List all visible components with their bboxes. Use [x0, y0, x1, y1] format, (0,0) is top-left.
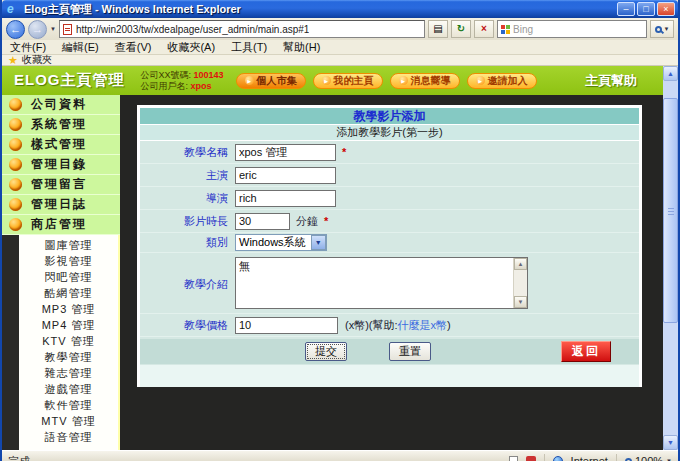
scroll-up-icon[interactable]: ▲ [663, 66, 678, 81]
menu-view[interactable]: 查看(V) [115, 40, 152, 55]
submenu-mp4[interactable]: MP4 管理 [19, 317, 118, 333]
scroll-down-icon[interactable]: ▼ [514, 296, 527, 308]
magnifier-icon [625, 458, 632, 461]
scrollbar-thumb[interactable] [663, 98, 678, 323]
menu-tools[interactable]: 工具(T) [231, 40, 267, 55]
url-text[interactable]: http://win2003/tw/xdealpage/user_admin/m… [76, 24, 309, 35]
menu-favorites[interactable]: 收藏夾(A) [167, 40, 215, 55]
category-value: Windows系統 [239, 235, 306, 250]
form-row-price: 教學價格 (x幣)(幫助:什麼是x幣) [140, 314, 639, 337]
submenu-video[interactable]: 影視管理 [19, 253, 118, 269]
sidebar-item-label: 公司資料 [31, 96, 87, 113]
shield-icon [526, 456, 536, 461]
submenu-teaching[interactable]: 教學管理 [19, 349, 118, 365]
close-button[interactable]: × [657, 2, 675, 16]
minimize-button[interactable]: – [617, 2, 635, 16]
spiral-icon [9, 118, 22, 131]
sidebar-item-shop-mgmt[interactable]: 商店管理 [2, 215, 120, 235]
name-input[interactable] [235, 144, 336, 161]
submenu-flash[interactable]: 閃吧管理 [19, 269, 118, 285]
status-bar: 完成 Internet 100% ▼ [2, 450, 678, 461]
nav-message-wizard[interactable]: 消息嚮導 [390, 73, 460, 89]
zoom-control[interactable]: 100% ▼ [625, 455, 672, 461]
sidebar-item-catalog-mgmt[interactable]: 管理目錄 [2, 155, 120, 175]
document-icon [509, 456, 518, 461]
star-icon: ★ [8, 55, 18, 65]
back-button-red[interactable]: 返回 [561, 341, 611, 362]
compatibility-button[interactable]: ▤ [428, 20, 448, 38]
search-button[interactable]: ▼ [650, 20, 674, 38]
reset-button[interactable]: 重置 [389, 342, 431, 361]
nav-invite-join[interactable]: 邀請加入 [467, 73, 537, 89]
form-row-director: 導演 [140, 187, 639, 210]
intro-textarea[interactable]: 無 ▲ ▼ [235, 257, 528, 309]
sidebar-item-system-mgmt[interactable]: 系統管理 [2, 115, 120, 135]
sidebar-item-company-info[interactable]: 公司資料 [2, 95, 120, 115]
url-field[interactable]: http://win2003/tw/xdealpage/user_admin/m… [59, 20, 425, 38]
submit-button[interactable]: 提交 [305, 342, 347, 361]
menu-edit[interactable]: 編輯(E) [62, 40, 99, 55]
nav-personal-market[interactable]: 個人市集 [236, 73, 306, 89]
window-title: Elog主頁管理 - Windows Internet Explorer [24, 2, 241, 17]
sidebar-item-log-mgmt[interactable]: 管理日誌 [2, 195, 120, 215]
form-subtitle: 添加教學影片(第一步) [140, 125, 639, 140]
forward-button[interactable]: → [28, 20, 47, 39]
price-label: 教學價格 [140, 318, 228, 333]
submenu-mp3[interactable]: MP3 管理 [19, 301, 118, 317]
what-is-xcoin-link[interactable]: 什麼是x幣 [398, 319, 448, 331]
director-input[interactable] [235, 190, 336, 207]
nav-label: 我的主頁 [334, 74, 374, 88]
scroll-up-icon[interactable]: ▲ [514, 258, 527, 270]
category-select[interactable]: Windows系統 ▼ [235, 234, 327, 251]
favorites-label[interactable]: 收藏夾 [22, 53, 52, 67]
submenu-magazine[interactable]: 雜志管理 [19, 365, 118, 381]
form-row-actor: 主演 [140, 164, 639, 187]
company-no-label: 公司XX號碼: [141, 70, 192, 80]
nav-my-homepage[interactable]: 我的主頁 [313, 73, 383, 89]
homepage-help-link[interactable]: 主頁幫助 [585, 72, 637, 90]
body-row: 公司資料 系統管理 樣式管理 管理目錄 管理留言 管理日誌 [2, 95, 663, 450]
intro-value: 無 [239, 260, 250, 272]
menu-help[interactable]: 幫助(H) [283, 40, 320, 55]
play-icon [322, 76, 331, 85]
nav-label: 消息嚮導 [411, 74, 451, 88]
sidebar-item-style-mgmt[interactable]: 樣式管理 [2, 135, 120, 155]
duration-input[interactable] [235, 213, 290, 230]
back-button[interactable]: ← [6, 20, 25, 39]
sidebar-item-message-mgmt[interactable]: 管理留言 [2, 175, 120, 195]
search-options-caret-icon[interactable]: ▼ [664, 26, 670, 32]
sidebar-item-label: 系統管理 [31, 116, 87, 133]
textarea-scrollbar[interactable]: ▲ ▼ [513, 258, 527, 308]
globe-icon [553, 456, 563, 461]
page-content: ELOG主頁管理 公司XX號碼: 100143 公司用戶名: xpos 個人市集… [2, 66, 678, 450]
sidebar-item-label: 管理目錄 [31, 156, 87, 173]
required-marker: * [342, 146, 346, 158]
submenu-games[interactable]: 遊戲管理 [19, 381, 118, 397]
spiral-icon [9, 218, 22, 231]
stop-button[interactable]: × [474, 20, 494, 38]
sidebar-item-label: 樣式管理 [31, 136, 87, 153]
price-note-prefix: (x幣)(幫助: [345, 319, 398, 331]
submenu-coolweb[interactable]: 酷網管理 [19, 285, 118, 301]
search-input[interactable]: Bing [497, 20, 647, 38]
select-arrow-icon[interactable]: ▼ [311, 235, 326, 250]
nav-label: 個人市集 [257, 74, 297, 88]
search-placeholder[interactable]: Bing [513, 24, 533, 35]
refresh-button[interactable]: ↻ [451, 20, 471, 38]
scroll-down-icon[interactable]: ▼ [663, 435, 678, 450]
price-input[interactable] [235, 317, 338, 334]
status-text: 完成 [8, 454, 30, 461]
submenu-gallery[interactable]: 圖庫管理 [19, 237, 118, 253]
history-dropdown-icon[interactable]: ▼ [50, 26, 56, 32]
page-scrollbar[interactable]: ▲ ▼ [663, 66, 678, 450]
submenu-ktv[interactable]: KTV 管理 [19, 333, 118, 349]
page-icon [63, 24, 72, 35]
submenu-software[interactable]: 軟件管理 [19, 397, 118, 413]
actor-input[interactable] [235, 167, 336, 184]
security-zone: Internet [571, 455, 608, 461]
maximize-button[interactable]: □ [637, 2, 655, 16]
form-row-intro: 教學介紹 無 ▲ ▼ [140, 253, 639, 314]
submenu-voice[interactable]: 語音管理 [19, 429, 118, 445]
submenu-mtv[interactable]: MTV 管理 [19, 413, 118, 429]
spiral-icon [9, 198, 22, 211]
